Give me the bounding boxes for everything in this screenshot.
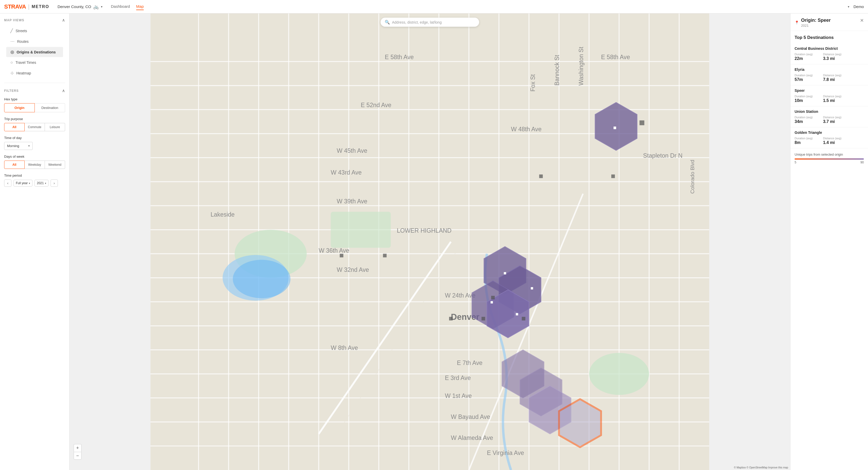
- sidebar-item-heatmap[interactable]: ⊹ Heatmap: [6, 68, 63, 78]
- distance-label-speer: Distance (avg): [823, 95, 841, 98]
- time-of-day-filter: Time of day Morning ▾: [4, 136, 65, 150]
- dropdown-icon[interactable]: ▾: [848, 5, 849, 8]
- time-of-day-value: Morning: [7, 144, 19, 148]
- map-attribution: © Mapbox © OpenStreetMap Improve this ma…: [734, 466, 788, 469]
- svg-text:E 7th Ave: E 7th Ave: [457, 359, 483, 366]
- duration-stat-union-station: Duration (avg) 34m: [795, 116, 813, 124]
- top-destinations-title: Top 5 Destinations: [790, 31, 868, 43]
- zoom-in-button[interactable]: +: [74, 444, 82, 452]
- nav-right: ▾ Demo: [848, 4, 864, 9]
- location-selector[interactable]: Denver County, CO 🚲 ▾: [56, 3, 105, 11]
- trips-slider-track[interactable]: [795, 158, 864, 159]
- time-of-day-dropdown[interactable]: Morning ▾: [4, 142, 33, 150]
- routes-icon: ⋯: [10, 39, 14, 44]
- map-canvas[interactable]: E 58th Ave E 58th Ave E 52nd Ave W 48th …: [69, 13, 790, 470]
- sidebar-item-travel-times-label: Travel Times: [16, 60, 36, 65]
- sidebar-item-heatmap-label: Heatmap: [17, 71, 31, 75]
- weekend-button[interactable]: Weekend: [45, 161, 65, 169]
- filters-title: FILTERS: [4, 89, 19, 93]
- svg-text:E Virginia Ave: E Virginia Ave: [487, 449, 524, 456]
- trips-max: 90: [861, 161, 864, 164]
- svg-text:E 58th Ave: E 58th Ave: [385, 54, 414, 60]
- sidebar-item-origins-label: Origins & Destinations: [17, 50, 56, 54]
- origin-button[interactable]: Origin: [4, 103, 35, 112]
- collapse-map-views-button[interactable]: ∧: [62, 18, 65, 23]
- panel-close-button[interactable]: ✕: [860, 18, 864, 23]
- trip-purpose-group: All Commute Leisure: [4, 123, 65, 131]
- svg-text:Bannock St: Bannock St: [554, 55, 560, 86]
- duration-value-union-station: 34m: [795, 119, 813, 124]
- duration-value-cbd: 22m: [795, 56, 813, 61]
- search-input[interactable]: [392, 20, 475, 24]
- destination-name-elyria: Elyria: [795, 67, 864, 71]
- svg-rect-85: [383, 254, 386, 257]
- location-text: Denver County, CO: [58, 4, 91, 9]
- map-search-bar: 🔍: [380, 18, 479, 27]
- year-dropdown[interactable]: 2021 ▾: [34, 180, 49, 187]
- svg-text:W 39th Ave: W 39th Ave: [337, 198, 367, 205]
- period-prev-button[interactable]: ‹: [4, 180, 11, 187]
- destination-stats-speer: Duration (avg) 10m Distance (avg) 1.5 mi: [795, 95, 864, 103]
- logo: STRAVA | METRO: [4, 3, 49, 10]
- demo-button[interactable]: Demo: [854, 4, 864, 9]
- svg-text:W 48th Ave: W 48th Ave: [511, 126, 541, 132]
- hex-type-label: Hex type: [4, 97, 65, 101]
- hex-type-group: Origin Destination: [4, 103, 65, 112]
- panel-header: 📍 Origin: Speer 2021 ✕: [790, 13, 868, 31]
- period-next-button[interactable]: ›: [51, 180, 58, 187]
- nav-map[interactable]: Map: [136, 3, 144, 10]
- year-chevron-icon: ▾: [45, 182, 46, 185]
- distance-stat-golden-triangle: Distance (avg) 1.4 mi: [823, 137, 841, 145]
- panel-title-group: 📍 Origin: Speer 2021: [795, 18, 831, 28]
- sidebar-item-routes[interactable]: ⋯ Routes: [6, 36, 63, 46]
- distance-stat-union-station: Distance (avg) 3.7 mi: [823, 116, 841, 124]
- destination-name-cbd: Central Business District: [795, 46, 864, 51]
- leisure-button[interactable]: Leisure: [45, 123, 65, 131]
- distance-value-speer: 1.5 mi: [823, 98, 841, 103]
- svg-text:E 3rd Ave: E 3rd Ave: [445, 375, 471, 381]
- zoom-controls: + −: [74, 444, 82, 460]
- collapse-filters-button[interactable]: ∧: [62, 88, 65, 93]
- filters-section: FILTERS ∧ Hex type Origin Destination Tr…: [0, 85, 69, 194]
- distance-label-union-station: Distance (avg): [823, 116, 841, 119]
- all-purpose-button[interactable]: All: [4, 123, 25, 131]
- sidebar-item-origins-destinations[interactable]: ◎ Origins & Destinations: [6, 47, 63, 57]
- days-of-week-filter: Days of week All Weekday Weekend: [4, 155, 65, 169]
- destination-name-golden-triangle: Golden Triangle: [795, 130, 864, 135]
- sidebar-item-streets-label: Streets: [16, 29, 27, 33]
- streets-icon: ╱: [10, 28, 13, 33]
- destination-button[interactable]: Destination: [35, 103, 65, 112]
- svg-text:E 58th Ave: E 58th Ave: [601, 54, 630, 60]
- duration-stat-golden-triangle: Duration (avg) 8m: [795, 137, 813, 145]
- sidebar-item-travel-times[interactable]: ○ Travel Times: [6, 58, 63, 67]
- duration-label-speer: Duration (avg): [795, 95, 813, 98]
- weekday-button[interactable]: Weekday: [25, 161, 45, 169]
- zoom-out-button[interactable]: −: [74, 452, 82, 460]
- duration-label-cbd: Duration (avg): [795, 53, 813, 56]
- panel-origin-title: Origin: Speer: [801, 18, 831, 23]
- svg-text:E 52nd Ave: E 52nd Ave: [361, 102, 392, 108]
- svg-rect-89: [491, 296, 495, 299]
- duration-label-golden-triangle: Duration (avg): [795, 137, 813, 140]
- map-container[interactable]: 🔍: [69, 13, 790, 470]
- full-year-dropdown[interactable]: Full year ▾: [13, 180, 32, 187]
- all-days-button[interactable]: All: [4, 161, 25, 169]
- nav-dashboard[interactable]: Dashboard: [111, 3, 130, 10]
- svg-rect-81: [640, 120, 644, 125]
- duration-value-elyria: 57m: [795, 77, 813, 82]
- destination-name-union-station: Union Station: [795, 109, 864, 114]
- destination-item-cbd: Central Business District Duration (avg)…: [790, 43, 868, 64]
- panel-title-content: Origin: Speer 2021: [801, 18, 831, 28]
- map-views-title: MAP VIEWS: [4, 19, 24, 22]
- commute-button[interactable]: Commute: [25, 123, 45, 131]
- destination-stats-cbd: Duration (avg) 22m Distance (avg) 3.3 mi: [795, 53, 864, 61]
- main-layout: MAP VIEWS ∧ ╱ Streets ⋯ Routes ◎ Origins…: [0, 13, 868, 470]
- search-icon: 🔍: [385, 20, 390, 25]
- svg-text:■: ■: [503, 270, 506, 276]
- svg-text:Lakeside: Lakeside: [211, 211, 235, 218]
- distance-label-elyria: Distance (avg): [823, 74, 841, 77]
- svg-rect-84: [340, 254, 343, 257]
- nav-links: Dashboard Map: [111, 3, 144, 10]
- sidebar-item-streets[interactable]: ╱ Streets: [6, 26, 63, 36]
- distance-value-union-station: 3.7 mi: [823, 119, 841, 124]
